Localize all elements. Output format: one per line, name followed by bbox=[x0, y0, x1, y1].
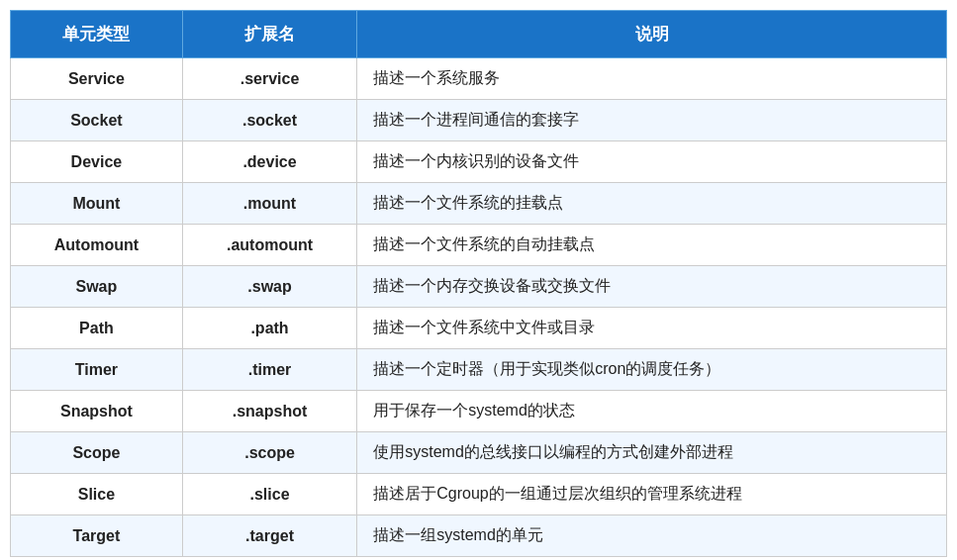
cell-desc: 使用systemd的总线接口以编程的方式创建外部进程 bbox=[357, 432, 947, 474]
table-header-row: 单元类型 扩展名 说明 bbox=[11, 11, 947, 58]
cell-type: Target bbox=[11, 515, 183, 557]
table-row: Scope.scope使用systemd的总线接口以编程的方式创建外部进程 bbox=[11, 432, 947, 474]
cell-ext: .path bbox=[182, 308, 356, 349]
cell-ext: .slice bbox=[182, 474, 356, 515]
cell-desc: 描述一个进程间通信的套接字 bbox=[357, 100, 947, 141]
unit-type-table: 单元类型 扩展名 说明 Service.service描述一个系统服务Socke… bbox=[10, 10, 947, 557]
header-ext: 扩展名 bbox=[182, 11, 356, 58]
table-row: Slice.slice描述居于Cgroup的一组通过层次组织的管理系统进程 bbox=[11, 474, 947, 515]
header-type: 单元类型 bbox=[11, 11, 183, 58]
cell-ext: .scope bbox=[182, 432, 356, 474]
cell-ext: .timer bbox=[182, 349, 356, 391]
cell-type: Scope bbox=[11, 432, 183, 474]
cell-type: Socket bbox=[11, 100, 183, 141]
table-row: Timer.timer描述一个定时器（用于实现类似cron的调度任务） bbox=[11, 349, 947, 391]
cell-type: Service bbox=[11, 58, 183, 100]
cell-ext: .target bbox=[182, 515, 356, 557]
cell-ext: .service bbox=[182, 58, 356, 100]
cell-desc: 描述一个内存交换设备或交换文件 bbox=[357, 266, 947, 308]
cell-type: Mount bbox=[11, 183, 183, 225]
cell-type: Snapshot bbox=[11, 391, 183, 432]
cell-desc: 描述一个文件系统的挂载点 bbox=[357, 183, 947, 225]
table-container: 单元类型 扩展名 说明 Service.service描述一个系统服务Socke… bbox=[0, 0, 957, 560]
table-row: Swap.swap描述一个内存交换设备或交换文件 bbox=[11, 266, 947, 308]
cell-ext: .swap bbox=[182, 266, 356, 308]
cell-desc: 描述一个文件系统中文件或目录 bbox=[357, 308, 947, 349]
table-row: Service.service描述一个系统服务 bbox=[11, 58, 947, 100]
cell-type: Slice bbox=[11, 474, 183, 515]
cell-ext: .automount bbox=[182, 225, 356, 266]
cell-ext: .snapshot bbox=[182, 391, 356, 432]
table-row: Automount.automount描述一个文件系统的自动挂载点 bbox=[11, 225, 947, 266]
cell-desc: 描述居于Cgroup的一组通过层次组织的管理系统进程 bbox=[357, 474, 947, 515]
cell-desc: 描述一组systemd的单元 bbox=[357, 515, 947, 557]
table-row: Device.device描述一个内核识别的设备文件 bbox=[11, 141, 947, 183]
cell-type: Path bbox=[11, 308, 183, 349]
header-desc: 说明 bbox=[357, 11, 947, 58]
cell-type: Device bbox=[11, 141, 183, 183]
cell-desc: 描述一个内核识别的设备文件 bbox=[357, 141, 947, 183]
table-row: Socket.socket描述一个进程间通信的套接字 bbox=[11, 100, 947, 141]
table-row: Snapshot.snapshot用于保存一个systemd的状态 bbox=[11, 391, 947, 432]
table-row: Target.target描述一组systemd的单元 bbox=[11, 515, 947, 557]
cell-desc: 描述一个系统服务 bbox=[357, 58, 947, 100]
cell-ext: .socket bbox=[182, 100, 356, 141]
cell-type: Automount bbox=[11, 225, 183, 266]
cell-desc: 描述一个文件系统的自动挂载点 bbox=[357, 225, 947, 266]
cell-ext: .device bbox=[182, 141, 356, 183]
table-row: Mount.mount描述一个文件系统的挂载点 bbox=[11, 183, 947, 225]
cell-type: Timer bbox=[11, 349, 183, 391]
table-row: Path.path描述一个文件系统中文件或目录 bbox=[11, 308, 947, 349]
cell-ext: .mount bbox=[182, 183, 356, 225]
cell-desc: 用于保存一个systemd的状态 bbox=[357, 391, 947, 432]
cell-desc: 描述一个定时器（用于实现类似cron的调度任务） bbox=[357, 349, 947, 391]
cell-type: Swap bbox=[11, 266, 183, 308]
